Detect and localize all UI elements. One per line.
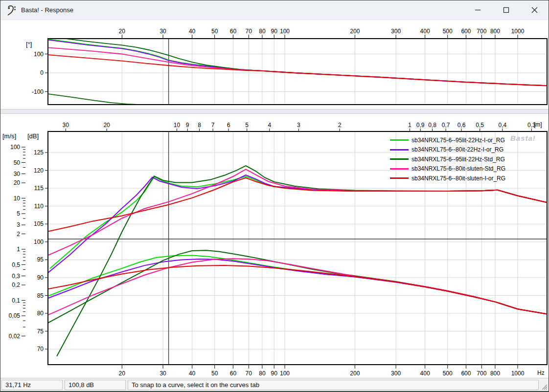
phase-plot-panel: 2030405060708090100200300400500600700800… (0, 20, 549, 109)
response-curve (48, 259, 548, 314)
svg-text:0,5: 0,5 (476, 122, 484, 129)
close-icon (531, 7, 538, 13)
wavelength-unit-label: [m] (534, 121, 542, 128)
phase-curve (48, 40, 548, 86)
svg-text:400: 400 (420, 28, 430, 35)
svg-text:90: 90 (271, 370, 278, 377)
svg-text:0,05: 0,05 (9, 312, 21, 319)
response-curve (48, 250, 548, 323)
svg-text:200: 200 (350, 370, 360, 377)
svg-text:200: 200 (350, 28, 360, 35)
svg-text:100: 100 (10, 144, 20, 151)
phase-curve (48, 55, 548, 86)
phase-curve (48, 47, 548, 86)
status-level: 100,8 dB (65, 380, 126, 390)
svg-text:50: 50 (211, 28, 218, 35)
svg-text:0,2: 0,2 (12, 282, 20, 288)
phase-curve (67, 39, 548, 86)
curve-legend: sb34NRXL75-6--95lit-22Hz-I-or_RG sb34NRX… (390, 135, 505, 183)
status-bar: 31,71 Hz 100,8 dB To snap to a curve, se… (0, 378, 549, 391)
response-curve (57, 166, 547, 356)
svg-text:0,8: 0,8 (428, 122, 436, 129)
svg-text:100: 100 (34, 239, 44, 245)
svg-text:10: 10 (174, 122, 181, 129)
svg-text:1: 1 (408, 122, 412, 129)
legend-label: sb34NRXL75-6--80it-22Hz-I-or_RG (412, 146, 503, 153)
svg-text:6: 6 (227, 122, 230, 129)
svg-text:400: 400 (420, 370, 430, 377)
svg-text:60: 60 (230, 370, 237, 377)
svg-text:800: 800 (490, 370, 500, 377)
svg-text:85: 85 (37, 292, 44, 299)
svg-text:0,5: 0,5 (12, 261, 20, 268)
svg-text:30: 30 (160, 370, 166, 377)
status-frequency: 31,71 Hz (1, 380, 63, 390)
svg-text:300: 300 (391, 28, 401, 35)
svg-text:100: 100 (34, 51, 44, 58)
svg-text:5: 5 (17, 210, 20, 217)
legend-line-swatch (390, 177, 409, 179)
panel-splitter[interactable] (0, 109, 549, 114)
response-curve (48, 265, 548, 314)
svg-text:0: 0 (40, 69, 44, 76)
legend-label: sb34NRXL75-6--80it-sluten-I-or_RG (412, 175, 505, 182)
response-curve (48, 259, 548, 315)
svg-text:110: 110 (34, 203, 44, 210)
svg-text:40: 40 (189, 28, 196, 35)
svg-text:0,9: 0,9 (416, 122, 425, 129)
svg-text:20: 20 (103, 122, 110, 129)
svg-text:20: 20 (14, 179, 21, 186)
phase-plot[interactable]: 2030405060708090100200300400500600700800… (0, 20, 549, 109)
svg-text:0,7: 0,7 (442, 122, 450, 129)
basta-app-icon (6, 4, 17, 16)
legend-line-swatch (390, 168, 409, 170)
svg-text:0,4: 0,4 (498, 122, 506, 129)
maximize-icon (503, 7, 509, 13)
maximize-button[interactable] (492, 0, 520, 20)
svg-text:0,6: 0,6 (458, 122, 466, 129)
minimize-button[interactable] (463, 0, 492, 20)
legend-item: sb34NRXL75-6--80it-sluten-Std_RG (390, 164, 505, 174)
svg-text:1000: 1000 (511, 28, 525, 35)
close-button[interactable] (520, 0, 549, 20)
basta-response-window: Basta! - Response 2030405060708090100200… (0, 0, 549, 392)
svg-text:700: 700 (477, 28, 486, 35)
svg-text:50: 50 (14, 159, 21, 166)
svg-text:3: 3 (297, 122, 300, 129)
legend-item: sb34NRXL75-6--80it-sluten-I-or_RG (390, 174, 505, 183)
svg-text:0,1: 0,1 (12, 297, 20, 304)
status-hint: To snap to a curve, select it on the cur… (128, 380, 539, 390)
phase-curve (49, 40, 548, 86)
response-curve (48, 178, 548, 232)
svg-text:300: 300 (391, 370, 401, 377)
legend-item: sb34NRXL75-6--80it-22Hz-I-or_RG (390, 145, 505, 155)
resize-grip[interactable] (541, 383, 548, 390)
svg-text:100: 100 (280, 370, 290, 377)
resize-grip-icon (541, 383, 548, 390)
svg-text:60: 60 (230, 28, 237, 35)
legend-line-swatch (390, 149, 409, 151)
svg-text:70: 70 (37, 346, 44, 352)
svg-text:1: 1 (17, 246, 20, 253)
svg-text:5: 5 (245, 122, 249, 129)
svg-text:800: 800 (490, 28, 500, 35)
svg-text:600: 600 (461, 28, 471, 35)
svg-text:20: 20 (119, 28, 126, 35)
titlebar[interactable]: Basta! - Response (0, 0, 549, 20)
phase-curve (48, 94, 143, 105)
legend-line-swatch (390, 158, 409, 160)
svg-text:100: 100 (280, 28, 290, 35)
svg-text:3: 3 (17, 221, 20, 228)
svg-text:2: 2 (338, 122, 342, 129)
svg-text:80: 80 (37, 310, 44, 317)
svg-text:50: 50 (211, 370, 218, 377)
svg-text:500: 500 (443, 370, 453, 377)
svg-text:30: 30 (160, 28, 166, 35)
svg-text:120: 120 (34, 167, 44, 174)
svg-text:2: 2 (17, 231, 20, 238)
svg-text:80: 80 (259, 370, 266, 377)
legend-label: sb34NRXL75-6--95lit-22Hz-Std_RG (412, 156, 505, 163)
legend-line-swatch (390, 139, 409, 141)
frequency-unit-label: Hz (537, 370, 545, 376)
svg-text:500: 500 (443, 28, 453, 35)
